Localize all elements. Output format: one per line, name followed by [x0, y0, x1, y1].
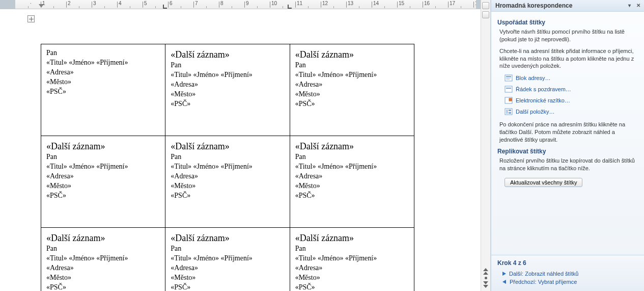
next-record-field: «Další záznam» [46, 140, 160, 152]
ruler-number: 16 [423, 0, 423, 9]
link-label: Další položky… [516, 109, 554, 115]
ruler-number: 10 [270, 0, 270, 9]
ruler-number: 11 [295, 0, 296, 9]
merge-line: Pan [171, 244, 284, 254]
next-record-field: «Další záznam» [171, 232, 284, 244]
merge-line: «PSČ» [171, 191, 284, 201]
merge-line: «Město» [46, 181, 160, 191]
merge-line: «PSČ» [295, 99, 409, 109]
labels-table[interactable]: Pan«Titul» «Jméno» «Příjmení»«Adresa»«Mě… [41, 44, 414, 291]
ruler-number: 12 [321, 0, 321, 9]
merge-line: Pan [295, 152, 409, 162]
wizard-prev-label: Předchozí: Vybrat příjemce [510, 279, 577, 285]
taskpane-close-button[interactable]: ✕ [635, 2, 642, 9]
merge-line: «Adresa» [171, 263, 284, 273]
merge-line: «Titul» «Jméno» «Příjmení» [295, 254, 409, 263]
section-heading-arrange: Uspořádat štítky [497, 19, 638, 26]
link-label: Blok adresy… [516, 75, 550, 81]
label-cell[interactable]: «Další záznam»Pan«Titul» «Jméno» «Příjme… [165, 136, 290, 228]
browse-object-button[interactable] [485, 277, 487, 279]
wizard-next-label: Další: Zobrazit náhled štítků [509, 271, 578, 277]
merge-line: «Město» [295, 273, 409, 283]
merge-line: «Titul» «Jméno» «Příjmení» [295, 162, 409, 172]
ruler-number: 5 [143, 0, 143, 9]
document-area[interactable]: · 123456789101112131415161718 Pan«Titul»… [0, 0, 481, 291]
merge-line: «Adresa» [295, 263, 409, 273]
gutter-button[interactable] [482, 11, 489, 18]
merge-line: «Adresa» [46, 68, 160, 77]
gutter-button[interactable] [482, 2, 489, 9]
merge-line: Pan [46, 48, 160, 58]
vertical-scroll-gutter[interactable] [481, 0, 491, 291]
ruler-number: 18 [473, 0, 474, 9]
ruler-number: 13 [346, 0, 347, 9]
greeting-line-icon [505, 85, 513, 93]
merge-line: «PSČ» [46, 191, 160, 201]
merge-line: «Město» [46, 77, 160, 87]
tab-stop-icon[interactable] [288, 5, 292, 9]
label-cell[interactable]: «Další záznam»Pan«Titul» «Jméno» «Příjme… [290, 44, 414, 136]
wizard-step-indicator: Krok 4 z 6 [497, 259, 638, 267]
wizard-next-link[interactable]: Další: Zobrazit náhled štítků [502, 270, 638, 278]
svg-rect-10 [509, 110, 511, 111]
merge-line: «Město» [171, 181, 284, 191]
link-label: Řádek s pozdravem… [516, 86, 571, 92]
merge-line: Pan [46, 152, 160, 162]
svg-rect-5 [506, 88, 511, 89]
label-cell[interactable]: «Další záznam»Pan«Titul» «Jméno» «Příjme… [290, 228, 414, 292]
next-record-field: «Další záznam» [295, 140, 409, 152]
label-cell[interactable]: «Další záznam»Pan«Titul» «Jméno» «Příjme… [165, 228, 290, 292]
merge-line: Pan [295, 61, 409, 70]
ruler-number: 4 [117, 0, 118, 9]
mail-merge-taskpane: Hromadná korespondence ▾ ✕ Uspořádat ští… [491, 0, 644, 291]
ruler-number: 8 [219, 0, 219, 9]
ruler-number: 1 [41, 0, 41, 9]
label-cell[interactable]: «Další záznam»Pan«Titul» «Jméno» «Příjme… [290, 136, 414, 228]
svg-rect-1 [506, 76, 511, 77]
link-more-items[interactable]: Další položky… [505, 108, 638, 116]
ruler-number: 6 [168, 0, 169, 9]
link-greeting-line[interactable]: Řádek s pozdravem… [505, 85, 638, 93]
merge-line: «PSČ» [46, 87, 160, 97]
section-text: Vytvořte návrh štítku pomocí prvního ští… [499, 28, 638, 43]
ruler-number: 15 [397, 0, 398, 9]
taskpane-header: Hromadná korespondence ▾ ✕ [491, 0, 644, 12]
taskpane-menu-button[interactable]: ▾ [626, 2, 633, 9]
merge-line: «PSČ» [171, 99, 284, 109]
ruler-number: 17 [448, 0, 449, 9]
link-label: Elektronické razítko… [516, 97, 570, 103]
merge-line: «PSČ» [46, 283, 160, 291]
next-page-button[interactable] [483, 281, 488, 288]
next-record-field: «Další záznam» [295, 48, 409, 61]
label-cell[interactable]: Pan«Titul» «Jméno» «Příjmení»«Adresa»«Mě… [41, 44, 165, 136]
merge-line: «Město» [295, 90, 409, 99]
ruler-number: 9 [244, 0, 245, 9]
link-address-block[interactable]: Blok adresy… [505, 74, 638, 82]
label-cell[interactable]: «Další záznam»Pan«Titul» «Jméno» «Příjme… [41, 136, 165, 228]
tab-stop-icon[interactable] [163, 5, 167, 9]
update-all-labels-button[interactable]: Aktualizovat všechny štítky [505, 178, 582, 187]
wizard-prev-link[interactable]: Předchozí: Vybrat příjemce [502, 278, 638, 286]
label-cell[interactable]: «Další záznam»Pan«Titul» «Jméno» «Příjme… [41, 228, 165, 292]
table-anchor-icon[interactable] [27, 15, 35, 22]
link-electronic-postage[interactable]: Elektronické razítko… [505, 96, 638, 104]
label-cell[interactable]: «Další záznam»Pan«Titul» «Jméno» «Příjme… [165, 44, 290, 136]
horizontal-ruler[interactable]: · 123456789101112131415161718 [0, 0, 481, 9]
merge-line: Pan [46, 244, 160, 254]
arrow-left-icon [502, 280, 506, 284]
merge-line: «Titul» «Jméno» «Příjmení» [171, 254, 284, 263]
prev-page-button[interactable] [483, 268, 488, 275]
taskpane-title: Hromadná korespondence [495, 2, 624, 9]
merge-line: «Titul» «Jméno» «Příjmení» [46, 162, 160, 172]
merge-line: Pan [171, 61, 284, 70]
next-record-field: «Další záznam» [171, 140, 284, 152]
more-items-icon [505, 108, 513, 116]
svg-rect-7 [509, 98, 512, 101]
merge-line: «Adresa» [295, 80, 409, 90]
ruler-number: 2 [66, 0, 67, 9]
section-text: Po dokončení práce na adresním štítku kl… [499, 121, 638, 144]
merge-line: «Město» [171, 273, 284, 283]
merge-line: «Titul» «Jméno» «Příjmení» [46, 254, 160, 263]
svg-rect-3 [506, 79, 510, 80]
merge-line: «Adresa» [295, 172, 409, 181]
